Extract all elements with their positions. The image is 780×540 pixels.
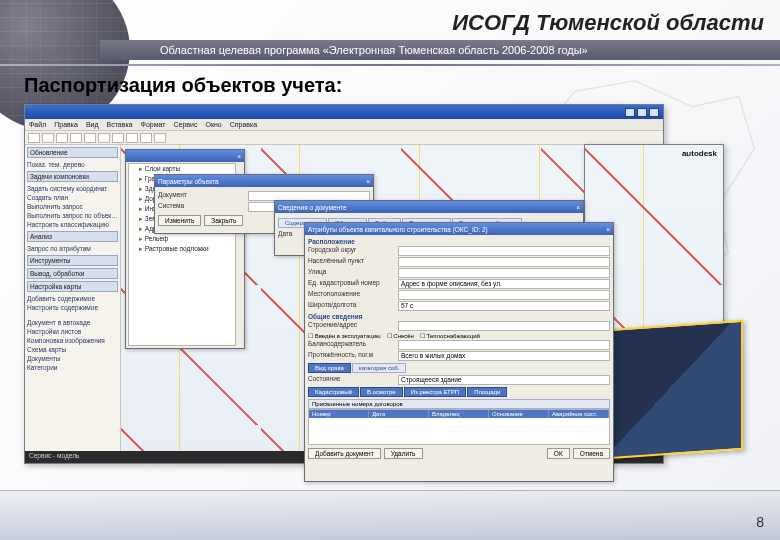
- menu-item[interactable]: Справка: [230, 121, 257, 128]
- sidebar-item[interactable]: Настроить содержимое: [25, 303, 120, 312]
- close-icon[interactable]: ×: [576, 204, 580, 211]
- sidebar-item[interactable]: Добавить содержимое: [25, 294, 120, 303]
- tab[interactable]: В осмотре: [360, 387, 403, 397]
- section-header: Общие сведения: [308, 313, 610, 320]
- delete-button[interactable]: Удалить: [384, 448, 423, 459]
- select-input[interactable]: Строящееся здание: [398, 375, 610, 385]
- sidebar-item[interactable]: Документ в автокаде: [25, 318, 120, 327]
- menu-item[interactable]: Вставка: [107, 121, 133, 128]
- text-input[interactable]: [398, 321, 610, 331]
- tab[interactable]: Из реестра ЕГРП: [404, 387, 466, 397]
- panel-titlebar[interactable]: Атрибуты объекта капитального строительс…: [305, 223, 613, 235]
- checkbox[interactable]: ☐ Введён в эксплуатацию: [308, 332, 381, 339]
- panel-title: Сведения о документе: [278, 204, 347, 211]
- text-input[interactable]: [398, 340, 610, 350]
- tab-strip[interactable]: Вид права категория соб.: [308, 363, 610, 373]
- tab[interactable]: Площади: [467, 387, 507, 397]
- add-document-button[interactable]: Добавить документ: [308, 448, 381, 459]
- tab[interactable]: Кадастровый: [308, 387, 359, 397]
- toolbar-button[interactable]: [154, 133, 166, 143]
- sidebar-item[interactable]: Выполнить запрос: [25, 202, 120, 211]
- sidebar-header[interactable]: Задачи компоновки: [27, 171, 118, 182]
- text-input[interactable]: [398, 246, 610, 256]
- checkbox[interactable]: ☐ Теплоснабжающий: [420, 332, 480, 339]
- task-sidebar[interactable]: Обновление Показ. тем. дерево Задачи ком…: [25, 145, 121, 463]
- panel-titlebar[interactable]: Параметры объекта ×: [155, 175, 373, 187]
- menu-item[interactable]: Окно: [205, 121, 221, 128]
- subtab-label[interactable]: Присвоенные номера договоров: [308, 399, 610, 409]
- toolbar-button[interactable]: [42, 133, 54, 143]
- sidebar-header[interactable]: Анализ: [27, 231, 118, 242]
- sidebar-item[interactable]: Запрос по атрибутам: [25, 244, 120, 253]
- sidebar-header[interactable]: Настройка карты: [27, 281, 118, 292]
- sidebar-header[interactable]: Обновление: [27, 147, 118, 158]
- toolbar-button[interactable]: [56, 133, 68, 143]
- sidebar-item[interactable]: Настройки листов: [25, 327, 120, 336]
- data-grid[interactable]: Номер Дата Владелец Основание Аварийное …: [308, 409, 610, 445]
- sidebar-item[interactable]: Документы: [25, 354, 120, 363]
- grid-col-header[interactable]: Владелец: [429, 410, 489, 418]
- menu-item[interactable]: Правка: [54, 121, 78, 128]
- window-titlebar[interactable]: [25, 105, 663, 119]
- menu-item[interactable]: Формат: [141, 121, 166, 128]
- edit-button[interactable]: Изменить: [158, 215, 201, 226]
- grid-col-header[interactable]: Номер: [309, 410, 369, 418]
- checkbox[interactable]: ☐ Снесён: [387, 332, 414, 339]
- menu-item[interactable]: Вид: [86, 121, 99, 128]
- toolbar-button[interactable]: [28, 133, 40, 143]
- toolbar-button[interactable]: [112, 133, 124, 143]
- close-icon[interactable]: ×: [237, 153, 241, 160]
- text-input[interactable]: [398, 268, 610, 278]
- minimize-button[interactable]: [625, 108, 635, 117]
- maximize-button[interactable]: [637, 108, 647, 117]
- panel-title: Атрибуты объекта капитального строительс…: [308, 226, 488, 233]
- toolbar-button[interactable]: [84, 133, 96, 143]
- field-label: Местоположение: [308, 290, 398, 300]
- toolbar-button[interactable]: [140, 133, 152, 143]
- sidebar-item[interactable]: Схема карты: [25, 345, 120, 354]
- section-header: Расположение: [308, 238, 610, 245]
- menu-item[interactable]: Файл: [29, 121, 46, 128]
- text-input[interactable]: Адрес в форме описания, без ул.: [398, 279, 610, 289]
- toolbar-button[interactable]: [98, 133, 110, 143]
- sidebar-item[interactable]: Компоновка изображения: [25, 336, 120, 345]
- grid-col-header[interactable]: Дата: [369, 410, 429, 418]
- close-icon[interactable]: ×: [606, 226, 610, 233]
- close-button[interactable]: Закрыть: [204, 215, 243, 226]
- tree-node[interactable]: Слои карты: [129, 164, 235, 174]
- grid-col-header[interactable]: Основание: [489, 410, 549, 418]
- sidebar-item[interactable]: Создать план: [25, 193, 120, 202]
- ok-button[interactable]: ОК: [547, 448, 570, 459]
- close-icon[interactable]: ×: [366, 178, 370, 185]
- grid-col-header[interactable]: Аварийное сост.: [549, 410, 609, 418]
- toolbar-button[interactable]: [70, 133, 82, 143]
- sidebar-item[interactable]: Категории: [25, 363, 120, 372]
- toolbar-button[interactable]: [126, 133, 138, 143]
- tree-node[interactable]: Растровые подложки: [129, 244, 235, 254]
- menu-bar[interactable]: Файл Правка Вид Вставка Формат Сервис Ок…: [25, 119, 663, 131]
- close-button[interactable]: [649, 108, 659, 117]
- text-input[interactable]: [398, 257, 610, 267]
- tab[interactable]: Вид права: [308, 363, 351, 373]
- sidebar-item[interactable]: Выполнить запрос по объектам: [25, 211, 120, 220]
- text-input[interactable]: [398, 290, 610, 300]
- sidebar-item[interactable]: Настроить классификацию: [25, 220, 120, 229]
- cancel-button[interactable]: Отмена: [573, 448, 610, 459]
- sidebar-item[interactable]: Задать систему координат: [25, 184, 120, 193]
- sidebar-header[interactable]: Вывод, обработки: [27, 268, 118, 279]
- text-input[interactable]: 57 с: [398, 301, 610, 311]
- field-label: Строение/адрес: [308, 321, 398, 331]
- building-footprint[interactable]: [593, 320, 743, 460]
- tree-node[interactable]: Рельеф: [129, 234, 235, 244]
- menu-item[interactable]: Сервис: [173, 121, 197, 128]
- panel-titlebar[interactable]: ×: [126, 150, 244, 162]
- text-input[interactable]: Всего в жилых домах: [398, 351, 610, 361]
- main-toolbar[interactable]: [25, 131, 663, 145]
- attributes-panel[interactable]: Атрибуты объекта капитального строительс…: [304, 222, 614, 482]
- tab-strip[interactable]: Кадастровый В осмотре Из реестра ЕГРП Пл…: [308, 387, 610, 397]
- sidebar-header[interactable]: Инструменты: [27, 255, 118, 266]
- field-label: Городской округ: [308, 246, 398, 256]
- tab[interactable]: категория соб.: [352, 363, 407, 373]
- sidebar-item[interactable]: Показ. тем. дерево: [25, 160, 120, 169]
- panel-titlebar[interactable]: Сведения о документе ×: [275, 201, 583, 213]
